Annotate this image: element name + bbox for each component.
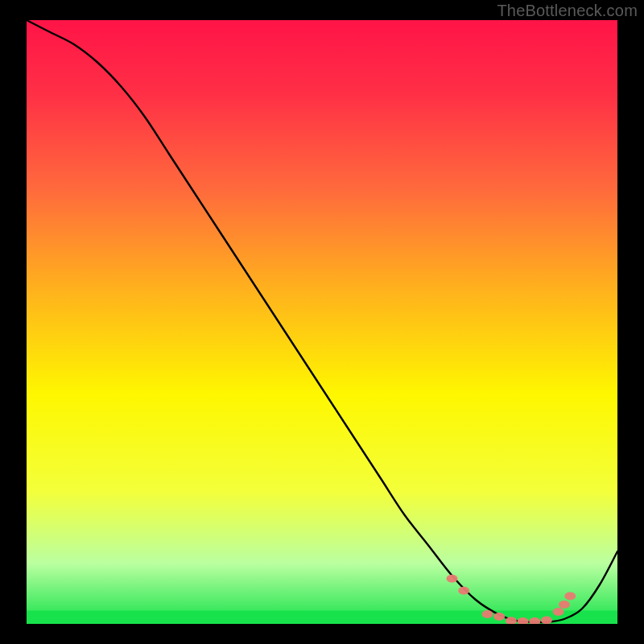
chart-svg xyxy=(27,20,617,624)
marker-dot xyxy=(446,575,457,583)
marker-dot xyxy=(553,608,564,616)
marker-dot xyxy=(482,610,493,618)
attribution-text: TheBottleneck.com xyxy=(497,2,638,20)
chart-plot-area xyxy=(27,20,617,624)
marker-dot xyxy=(559,601,570,609)
gradient-background xyxy=(27,20,617,624)
marker-dot xyxy=(564,592,576,601)
marker-dot xyxy=(458,587,469,595)
marker-dot xyxy=(493,613,505,621)
